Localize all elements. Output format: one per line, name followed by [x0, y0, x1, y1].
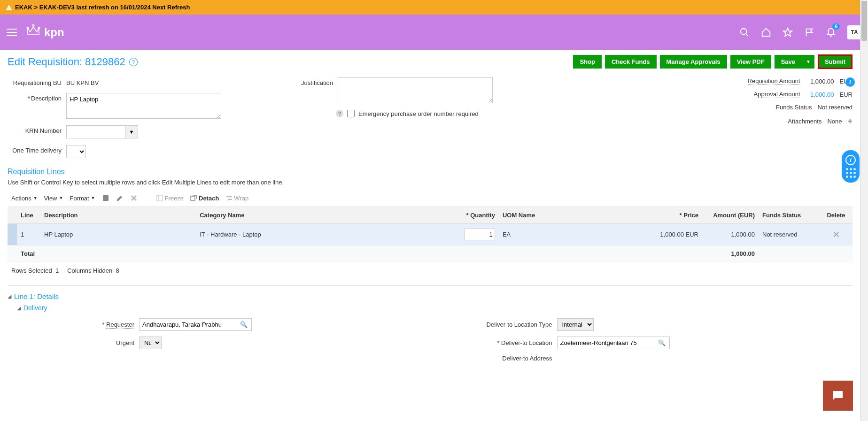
info-badge-icon[interactable]: i [845, 77, 855, 87]
toolbar-format-menu[interactable]: Format ▼ [70, 195, 95, 202]
check-funds-button[interactable]: Check Funds [605, 55, 657, 69]
col-uom[interactable]: UOM Name [499, 207, 651, 224]
urgent-select[interactable]: No [139, 337, 162, 349]
toolbar-actions-menu[interactable]: Actions ▼ [11, 195, 38, 202]
scrollbar-thumb[interactable] [861, 1, 867, 41]
krn-input[interactable] [66, 125, 125, 138]
toolbar-detach-button[interactable]: Detach [190, 195, 219, 202]
deliver-loc-search-icon[interactable]: 🔍 [654, 337, 669, 348]
req-bu-label: Requisitioning BU [8, 77, 62, 86]
attachments-label: Attachments [788, 118, 822, 125]
toolbar-freeze-button[interactable]: Freeze [156, 195, 184, 202]
req-lines-heading: Requisition Lines [8, 168, 852, 176]
action-button-row: Shop Check Funds Manage Approvals View P… [573, 54, 852, 69]
req-amount-value: 1,000.00 [806, 78, 834, 85]
dialpad-icon [846, 168, 856, 178]
deliver-type-label: Deliver-to Location Type [454, 321, 552, 328]
notifications-button[interactable]: 6 [826, 26, 836, 38]
svg-point-1 [27, 27, 28, 28]
delete-row-icon[interactable]: ✕ [820, 224, 852, 245]
svg-point-0 [32, 24, 34, 26]
svg-line-4 [746, 33, 749, 36]
emergency-help-icon[interactable]: ? [336, 110, 343, 117]
approval-amount-currency: EUR [840, 91, 852, 98]
emergency-label: Emergency purchase order number required [358, 110, 479, 117]
toolbar-wrap-button[interactable]: Wrap [225, 195, 248, 202]
description-label: *Description [8, 93, 62, 102]
cell-price: 1,000.00 EUR [651, 224, 702, 245]
approval-amount-link[interactable]: 1,000.00 [806, 91, 834, 98]
toolbar-view-menu[interactable]: View ▼ [44, 195, 63, 202]
col-funds[interactable]: Funds Status [759, 207, 820, 224]
submit-button[interactable]: Submit [819, 56, 851, 68]
col-delete[interactable]: Delete [820, 207, 852, 224]
info-icon: i [845, 155, 856, 165]
warning-icon [6, 5, 12, 10]
req-bu-value: BU KPN BV [66, 77, 99, 86]
approval-amount-label: Approval Amount [754, 91, 800, 98]
toolbar-delete-icon[interactable] [130, 194, 138, 202]
svg-rect-10 [191, 196, 195, 200]
urgent-label: Urgent [36, 339, 134, 346]
deliver-loc-input[interactable] [558, 337, 654, 349]
svg-rect-5 [103, 195, 108, 201]
help-widget[interactable]: i [842, 150, 860, 183]
flag-icon[interactable] [804, 27, 814, 38]
collapse-caret-icon: ◢ [17, 305, 21, 311]
requester-input[interactable] [140, 319, 236, 330]
line-details-heading[interactable]: ◢ Line 1: Details [8, 292, 852, 300]
user-avatar[interactable]: TA [847, 25, 861, 39]
environment-banner: EKAK > EKAK-DEV3 last refresh on 16/01/2… [0, 0, 868, 15]
requester-search-icon[interactable]: 🔍 [236, 319, 251, 330]
description-input[interactable]: HP Laptop [66, 93, 221, 119]
col-amount[interactable]: Amount (EUR) [702, 207, 759, 224]
krn-dropdown-button[interactable]: ▼ [125, 125, 138, 138]
req-lines-hint: Use Shift or Control Key to select multi… [8, 179, 852, 186]
add-attachment-icon[interactable]: + [847, 116, 852, 126]
delivery-heading[interactable]: ◢ Delivery [17, 304, 852, 312]
col-line[interactable]: Line [17, 207, 40, 224]
req-amount-label: Requisition Amount [748, 77, 800, 85]
toolbar-duplicate-icon[interactable] [102, 194, 109, 202]
save-dropdown-button[interactable]: ▼ [802, 55, 814, 69]
search-icon[interactable] [739, 27, 750, 38]
help-icon[interactable]: ? [129, 58, 138, 66]
funds-status-value: Not reserved [818, 104, 852, 111]
menu-hamburger-icon[interactable] [7, 29, 17, 36]
krn-label: KRN Number [8, 125, 62, 134]
emergency-checkbox[interactable] [347, 110, 355, 117]
vertical-scrollbar[interactable]: ▲ [860, 0, 868, 381]
deliver-addr-label: Deliver-to Address [454, 355, 552, 362]
save-button[interactable]: Save [775, 55, 802, 69]
deliver-type-select[interactable]: Internal [557, 318, 594, 331]
col-handle [8, 207, 17, 224]
funds-status-label: Funds Status [776, 104, 812, 111]
shop-button[interactable]: Shop [573, 55, 602, 69]
requisition-lines-table: Line Description Category Name * Quantit… [8, 207, 852, 262]
brand-logo[interactable]: kpn [25, 23, 64, 42]
toolbar-edit-icon[interactable] [116, 194, 124, 202]
total-label: Total [17, 245, 457, 262]
manage-approvals-button[interactable]: Manage Approvals [660, 55, 727, 69]
home-icon[interactable] [761, 27, 771, 38]
star-icon[interactable] [783, 27, 793, 38]
cell-amount: 1,000.00 [702, 224, 759, 245]
justification-input[interactable] [338, 77, 493, 103]
row-selector-handle[interactable] [8, 224, 17, 245]
cell-line: 1 [17, 224, 40, 245]
attachments-value: None [827, 118, 842, 125]
col-price[interactable]: * Price [651, 207, 702, 224]
view-pdf-button[interactable]: View PDF [730, 55, 771, 69]
total-amount: 1,000.00 [702, 245, 759, 262]
svg-rect-8 [157, 195, 163, 201]
table-footer: Rows Selected 1 Columns Hidden 8 [8, 262, 852, 279]
table-row[interactable]: 1 HP Laptop IT - Hardware - Laptop EA 1,… [8, 224, 852, 245]
lines-toolbar: Actions ▼ View ▼ Format ▼ Freeze Detach … [8, 191, 852, 205]
svg-point-2 [38, 27, 39, 28]
quantity-input[interactable] [464, 229, 495, 240]
col-category[interactable]: Category Name [196, 207, 457, 224]
one-time-select[interactable] [66, 145, 86, 158]
app-header: kpn 6 TA [0, 15, 868, 50]
col-description[interactable]: Description [40, 207, 196, 224]
col-quantity[interactable]: * Quantity [457, 207, 499, 224]
